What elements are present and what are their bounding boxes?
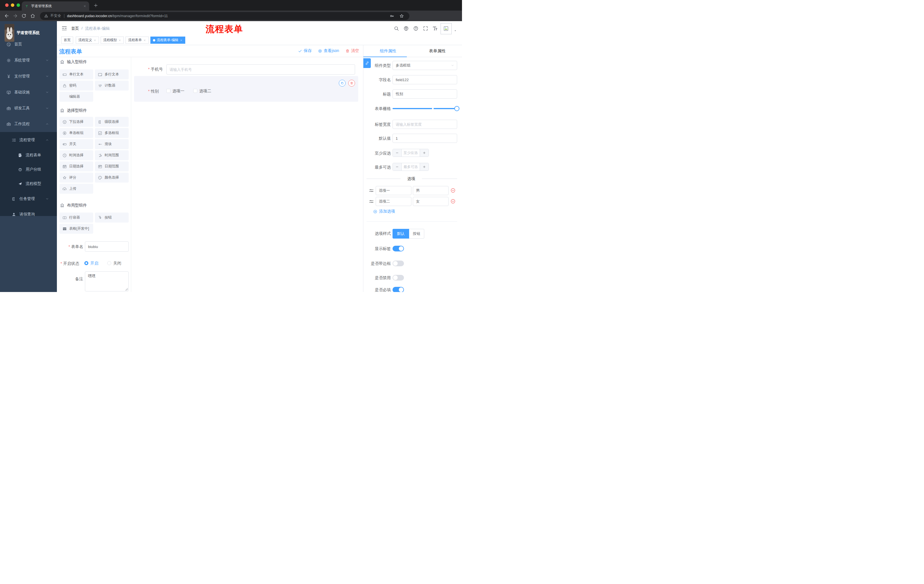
- sidebar-item-home[interactable]: 首页: [0, 37, 57, 51]
- tag-process-model[interactable]: 流程模型: [101, 36, 124, 44]
- option1-label-input[interactable]: [376, 186, 411, 195]
- new-tab-button[interactable]: [93, 3, 98, 8]
- component-switch[interactable]: 开关: [59, 139, 93, 149]
- sidebar-item-infra[interactable]: 基础设施: [0, 85, 57, 99]
- tag-close-icon[interactable]: [94, 39, 96, 42]
- field-name-input[interactable]: [393, 75, 457, 84]
- status-on-label[interactable]: 开启: [90, 261, 98, 266]
- window-close-button[interactable]: [5, 3, 8, 7]
- help-icon[interactable]: [413, 26, 419, 31]
- component-radio-group[interactable]: 单选框组: [59, 128, 93, 138]
- back-button[interactable]: [4, 13, 10, 18]
- component-editor[interactable]: 编辑器: [59, 92, 93, 102]
- search-icon[interactable]: [394, 26, 399, 31]
- breadcrumb-home[interactable]: 首页: [71, 26, 79, 31]
- component-password[interactable]: 密码: [59, 81, 93, 90]
- tag-close-icon[interactable]: [143, 39, 146, 42]
- tag-process-form-edit[interactable]: 流程表单-编辑: [150, 36, 185, 44]
- border-toggle[interactable]: [393, 261, 404, 266]
- style-default-button[interactable]: 默认: [393, 229, 409, 239]
- tag-process-form[interactable]: 流程表单: [125, 36, 148, 44]
- delete-component-button[interactable]: [348, 80, 355, 87]
- component-upload[interactable]: 上传: [59, 184, 93, 194]
- phone-input[interactable]: [167, 64, 355, 74]
- label-width-input[interactable]: [393, 120, 457, 129]
- component-slider[interactable]: 滑块: [95, 139, 129, 149]
- component-time-range[interactable]: 时间范围: [95, 150, 129, 160]
- add-option-button[interactable]: 添加选项: [373, 209, 395, 214]
- sidebar-item-payment[interactable]: 支付管理: [0, 69, 57, 84]
- component-date-range[interactable]: 日期范围: [95, 161, 129, 171]
- remove-option-icon[interactable]: [450, 199, 456, 204]
- sidebar-item-system[interactable]: 系统管理: [0, 53, 57, 67]
- sidebar-item-workflow[interactable]: 工作流程: [0, 117, 57, 131]
- fullscreen-icon[interactable]: [423, 26, 428, 31]
- required-toggle[interactable]: [393, 287, 404, 292]
- gender-option2-checkbox[interactable]: [193, 89, 197, 93]
- sidebar-item-leave-query[interactable]: 请假查询: [0, 207, 57, 221]
- component-checkbox-group[interactable]: 多选框组: [95, 128, 129, 138]
- component-date-picker[interactable]: 日期选择: [59, 161, 93, 171]
- sidebar-item-devtools[interactable]: 研发工具: [0, 101, 57, 115]
- component-rate[interactable]: 评分: [59, 173, 93, 183]
- sidebar-item-process-mgmt[interactable]: 流程管理: [0, 133, 57, 147]
- window-minimize-button[interactable]: [11, 3, 14, 7]
- component-textarea[interactable]: 多行文本: [95, 69, 129, 79]
- drag-handle-icon[interactable]: [368, 199, 374, 204]
- tab-component-props[interactable]: 组件属性: [363, 45, 413, 57]
- max-select-stepper[interactable]: 最多可选: [393, 163, 429, 171]
- default-value-input[interactable]: [393, 134, 457, 143]
- form-name-input[interactable]: [85, 242, 129, 252]
- component-counter[interactable]: 123计数器: [95, 81, 129, 90]
- style-button-button[interactable]: 按钮: [409, 229, 424, 239]
- home-button[interactable]: [30, 13, 35, 18]
- tag-close-icon[interactable]: [180, 39, 183, 42]
- sidebar-item-user-group[interactable]: 用户分组: [0, 162, 57, 176]
- component-button[interactable]: 按钮: [95, 212, 129, 222]
- browser-tab[interactable]: 芋道管理系统: [22, 2, 89, 11]
- sidebar-item-process-model[interactable]: 流程模型: [0, 176, 57, 191]
- sidebar-item-task-mgmt[interactable]: 任务管理: [0, 192, 57, 206]
- stepper-decrease-button[interactable]: [393, 149, 401, 156]
- tag-close-icon[interactable]: [118, 39, 121, 42]
- component-color-picker[interactable]: 颜色选择: [95, 173, 129, 183]
- component-select[interactable]: 下拉选择: [59, 117, 93, 127]
- copy-component-button[interactable]: [339, 80, 346, 87]
- status-off-radio[interactable]: [107, 261, 111, 265]
- slider-handle[interactable]: [454, 106, 459, 111]
- stepper-increase-button[interactable]: [420, 163, 429, 171]
- sidebar-collapse-button[interactable]: [61, 25, 67, 31]
- stepper-value[interactable]: 最多可选: [401, 163, 420, 171]
- option2-label-input[interactable]: [376, 197, 411, 206]
- tab-form-props[interactable]: 表单属性: [413, 45, 462, 57]
- component-table[interactable]: 表格[开发中]: [59, 224, 93, 234]
- option1-value-input[interactable]: [413, 186, 449, 195]
- stepper-increase-button[interactable]: [420, 149, 429, 156]
- status-off-label[interactable]: 关闭: [113, 261, 121, 266]
- user-avatar[interactable]: [441, 23, 452, 34]
- component-cascader[interactable]: 级联选择: [95, 117, 129, 127]
- stepper-value[interactable]: 至少应选: [401, 149, 420, 156]
- component-type-select[interactable]: 多选框组: [393, 61, 457, 70]
- font-size-icon[interactable]: [432, 26, 438, 31]
- textarea-resize-handle[interactable]: [125, 288, 128, 291]
- show-label-toggle[interactable]: [393, 246, 404, 252]
- stepper-decrease-button[interactable]: [393, 163, 401, 171]
- tab-close-icon[interactable]: [83, 5, 86, 8]
- github-icon[interactable]: [403, 26, 409, 31]
- drag-handle-icon[interactable]: [368, 188, 374, 193]
- component-time-picker[interactable]: 时间选择: [59, 150, 93, 160]
- status-on-radio[interactable]: [84, 261, 88, 265]
- forward-button[interactable]: [13, 13, 18, 18]
- tag-home[interactable]: 首页: [61, 36, 73, 44]
- sidebar-item-process-form[interactable]: 流程表单: [0, 148, 57, 162]
- remove-option-icon[interactable]: [450, 188, 456, 193]
- reload-button[interactable]: [21, 13, 26, 18]
- remark-textarea[interactable]: 嘿嘿: [85, 271, 129, 291]
- component-text-input[interactable]: 单行文本: [59, 69, 93, 79]
- bookmark-star-icon[interactable]: [399, 13, 404, 18]
- gender-option1-checkbox[interactable]: [167, 89, 170, 93]
- view-json-button[interactable]: 查看json: [318, 48, 339, 53]
- form-grid-slider[interactable]: [393, 107, 457, 110]
- address-bar[interactable]: 不安全 dashboard.yudao.iocoder.cn/bpm/manag…: [40, 12, 409, 20]
